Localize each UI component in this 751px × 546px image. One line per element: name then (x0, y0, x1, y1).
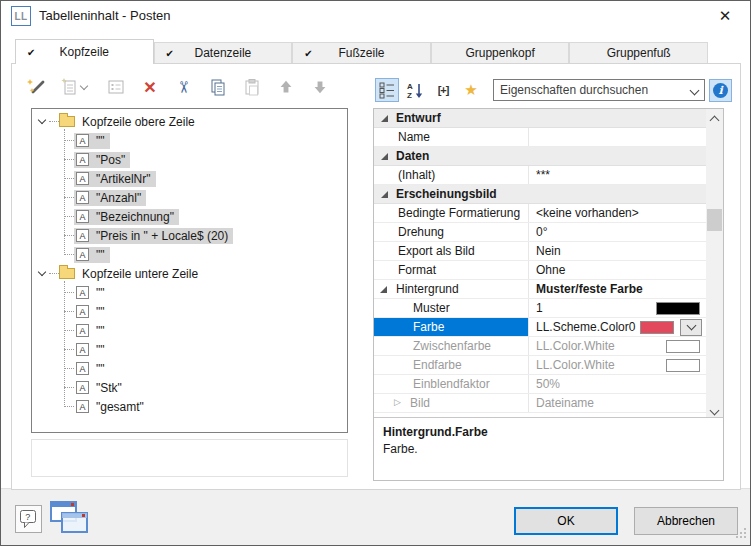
tab-kopfzeile[interactable]: ✔ Kopfzeile (15, 39, 154, 64)
tree-item[interactable]: A "" (64, 359, 347, 378)
color-swatch (666, 359, 700, 372)
tab-gruppenfuß[interactable]: Gruppenfuß (569, 42, 708, 63)
scrollbar[interactable] (706, 109, 723, 417)
edit-wand-icon[interactable] (23, 75, 49, 99)
property-row[interactable]: Zwischenfarbe LL.Color.White (374, 337, 706, 356)
tree-item[interactable]: A "" (64, 302, 347, 321)
property-row[interactable]: Drehung 0° (374, 223, 706, 242)
copy-icon[interactable] (205, 75, 231, 99)
close-icon[interactable]: ✕ (712, 6, 738, 26)
property-row[interactable]: (Inhalt) *** (374, 166, 706, 185)
info-icon[interactable]: i (709, 79, 732, 102)
property-row[interactable]: Farbe LL.Scheme.Color0 (374, 318, 706, 337)
window-arrange-icon[interactable] (49, 500, 93, 541)
expand-all-icon[interactable]: [+] (431, 78, 455, 102)
move-down-icon[interactable] (307, 75, 333, 99)
property-row[interactable]: Muster 1 (374, 299, 706, 318)
line-properties-icon[interactable] (103, 75, 129, 99)
folder-icon (59, 268, 75, 279)
tab-label: Gruppenkopf (465, 46, 534, 60)
tree-item-label: "" (96, 248, 105, 262)
tree-folder-label: Kopfzeile obere Zeile (82, 115, 195, 129)
cut-icon[interactable]: ✂ (171, 75, 197, 99)
property-row[interactable]: ▷ Bild Dateiname (374, 394, 706, 413)
window-title: Tabelleninhalt - Posten (39, 8, 171, 23)
text-field-icon: A (76, 229, 89, 242)
tree-item[interactable]: A "" (64, 340, 347, 359)
prop-value: LL.Color.White (536, 358, 666, 372)
prop-label: Name (398, 130, 430, 144)
text-field-icon: A (76, 381, 89, 394)
tree-item[interactable]: A "Preis in " + Locale$ (20) (64, 226, 347, 245)
property-category-row[interactable]: Daten (374, 147, 706, 166)
tree-folder-row[interactable]: Kopfzeile obere Zeile (36, 112, 347, 131)
property-row[interactable]: Hintergrund Muster/feste Farbe (374, 280, 706, 299)
prop-label: Muster (413, 301, 450, 315)
tab-fußzeile[interactable]: ✔ Fußzeile (292, 42, 431, 63)
text-field-icon: A (76, 153, 89, 166)
expanded-triangle-icon (381, 191, 388, 198)
scrollbar-thumb[interactable] (707, 209, 722, 231)
property-row[interactable]: Bedingte Formatierung <keine vorhanden> (374, 204, 706, 223)
tab-label: Fußzeile (338, 46, 384, 60)
tree-item[interactable]: A "" (64, 321, 347, 340)
tab-label: Datenzeile (195, 46, 252, 60)
property-row[interactable]: Format Ohne (374, 261, 706, 280)
cancel-button[interactable]: Abbrechen (634, 507, 738, 535)
tree-item-label: "ArtikelNr" (96, 172, 151, 186)
app-icon: LL (11, 6, 31, 26)
property-row[interactable]: Export als Bild Nein (374, 242, 706, 261)
ok-button[interactable]: OK (514, 507, 618, 535)
search-dropdown-icon[interactable] (686, 83, 702, 97)
insert-line-icon[interactable] (57, 75, 95, 99)
tree-item[interactable]: A "ArtikelNr" (64, 169, 347, 188)
tree-item[interactable]: A "" (64, 283, 347, 302)
paste-icon[interactable] (239, 75, 265, 99)
tree-folder-row[interactable]: Kopfzeile untere Zeile (36, 264, 347, 283)
tree-item[interactable]: A "gesamt" (64, 397, 347, 416)
search-input[interactable] (493, 79, 705, 101)
tree-item[interactable]: A "Stk" (64, 378, 347, 397)
prop-label: Zwischenfarbe (413, 339, 491, 353)
resize-grip-icon[interactable] (736, 528, 747, 542)
prop-label: Bild (410, 396, 430, 410)
help-icon[interactable]: ? (15, 505, 42, 533)
prop-label: Format (398, 263, 436, 277)
property-row[interactable]: Einblendfaktor 50% (374, 375, 706, 394)
tab-datenzeile[interactable]: ✔ Datenzeile (154, 42, 293, 63)
tree-item[interactable]: A "Bezeichnung" (64, 207, 347, 226)
property-row[interactable]: Endfarbe LL.Color.White (374, 356, 706, 375)
property-category-row[interactable]: Erscheinungsbild (374, 185, 706, 204)
tree-children: A "" A "" A "" A "" A "" A "Stk" (64, 283, 347, 416)
tree-item[interactable]: A "Anzahl" (64, 188, 347, 207)
tab-gruppenkopf[interactable]: Gruppenkopf (431, 42, 570, 63)
delete-line-icon[interactable]: ✕ (137, 75, 163, 99)
chevron-down-icon[interactable] (38, 268, 46, 276)
property-row[interactable]: Name (374, 128, 706, 147)
move-up-icon[interactable] (273, 75, 299, 99)
view-categorized-icon[interactable] (375, 78, 399, 102)
tree-group: Kopfzeile untere Zeile A "" A "" A "" A … (36, 264, 347, 416)
favorites-star-icon[interactable]: ★ (459, 78, 483, 102)
tree-item[interactable]: A "" (64, 131, 347, 150)
property-category-row[interactable]: Entwurf (374, 109, 706, 128)
chevron-down-icon[interactable] (38, 116, 46, 124)
tree-footer-box (31, 439, 348, 477)
color-swatch (666, 340, 700, 353)
swatch-dropdown-button[interactable] (680, 319, 702, 336)
text-field-icon: A (76, 362, 89, 375)
prop-label: Drehung (398, 225, 444, 239)
tree-folder-label: Kopfzeile untere Zeile (82, 267, 198, 281)
expanded-triangle-icon (381, 153, 388, 160)
prop-label: Hintergrund (396, 282, 459, 296)
prop-value: Nein (536, 244, 706, 258)
sort-az-icon[interactable]: A Z (403, 78, 427, 102)
scroll-up-icon[interactable] (706, 109, 723, 126)
tree-item-label: "" (96, 324, 105, 338)
tree-item[interactable]: A "Pos" (64, 150, 347, 169)
text-field-icon: A (76, 210, 89, 223)
svg-text:Z: Z (407, 91, 412, 100)
scroll-down-icon[interactable] (706, 400, 723, 417)
property-description: Hintergrund.Farbe Farbe. (374, 417, 723, 480)
tree-item[interactable]: A "" (64, 245, 347, 264)
